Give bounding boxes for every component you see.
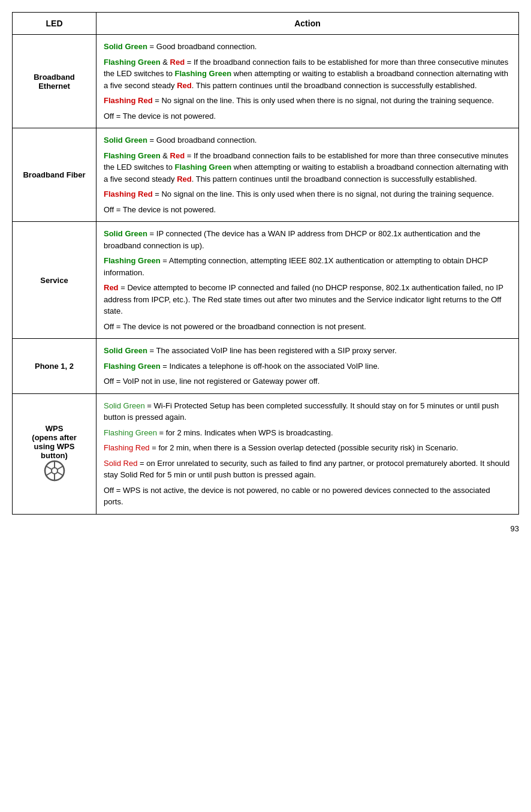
wps-solid-red-text: Solid Red <box>104 459 137 468</box>
action-paragraph: Flashing Green & Red = If the broadband … <box>104 56 511 92</box>
action-paragraph: Flashing Red = for 2 min, when there is … <box>104 442 511 454</box>
red-text: Red <box>177 81 192 90</box>
wps-green-text: Solid Green <box>104 401 145 410</box>
page-number: 93 <box>12 524 519 533</box>
wps-icon <box>20 460 89 483</box>
red-text: Red <box>104 283 119 292</box>
flashing-green-text: Flashing Green <box>104 58 161 67</box>
action-paragraph: Solid Green = Good broadband connection. <box>104 41 511 53</box>
action-paragraph: Flashing Red = No signal on the line. Th… <box>104 188 511 200</box>
page-container: LED Action Broadband EthernetSolid Green… <box>12 12 519 533</box>
action-cell: Solid Green = Wi-Fi Protected Setup has … <box>96 393 519 514</box>
wps-flashing-green-text: Flashing Green <box>104 428 157 437</box>
led-cell: Broadband Fiber <box>13 128 96 222</box>
led-cell: Phone 1, 2 <box>13 339 96 394</box>
svg-line-6 <box>46 466 52 470</box>
action-paragraph: Flashing Green & Red = If the broadband … <box>104 150 511 185</box>
wps-flashing-red-text: Flashing Red <box>104 443 150 452</box>
red-text: Red <box>170 151 185 160</box>
action-cell: Solid Green = Good broadband connection.… <box>96 35 519 128</box>
svg-point-0 <box>52 468 58 474</box>
flashing-red-text: Flashing Red <box>104 96 153 105</box>
table-row: ServiceSolid Green = IP connected (The d… <box>13 222 519 339</box>
solid-green-text: Solid Green <box>104 136 147 145</box>
flashing-red-text: Flashing Red <box>104 190 153 199</box>
solid-green-text: Solid Green <box>104 346 147 355</box>
action-paragraph: Flashing Green = for 2 mins. Indicates w… <box>104 427 511 439</box>
action-paragraph: Off = VoIP not in use, line not register… <box>104 375 511 387</box>
svg-line-2 <box>58 466 64 470</box>
action-paragraph: Off = The device is not powered. <box>104 110 511 122</box>
header-led: LED <box>13 13 96 35</box>
flashing-green-text: Flashing Green <box>104 362 161 371</box>
svg-line-3 <box>58 473 64 476</box>
action-paragraph: Solid Green = Good broadband connection. <box>104 134 511 146</box>
action-paragraph: Solid Red = on Error unrelated to securi… <box>104 458 511 481</box>
led-cell: Broadband Ethernet <box>13 35 96 128</box>
table-row: Phone 1, 2Solid Green = The associated V… <box>13 339 519 394</box>
action-paragraph: Flashing Red = No signal on the line. Th… <box>104 95 511 107</box>
action-paragraph: Solid Green = Wi-Fi Protected Setup has … <box>104 400 511 423</box>
solid-green-text: Solid Green <box>104 229 147 238</box>
flashing-green-text: Flashing Green <box>104 256 161 265</box>
action-paragraph: Off = The device is not powered or the b… <box>104 321 511 333</box>
svg-line-5 <box>46 473 52 476</box>
action-paragraph: Red = Device attempted to become IP conn… <box>104 282 511 317</box>
action-cell: Solid Green = Good broadband connection.… <box>96 128 519 222</box>
led-cell: WPS(opens afterusing WPSbutton) <box>13 393 96 514</box>
action-paragraph: Solid Green = IP connected (The device h… <box>104 228 511 251</box>
action-paragraph: Off = WPS is not active, the device is n… <box>104 485 511 508</box>
red-text: Red <box>177 175 192 184</box>
table-row: WPS(opens afterusing WPSbutton) Solid Gr… <box>13 393 519 514</box>
action-paragraph: Flashing Green = Attempting connection, … <box>104 255 511 278</box>
flashing-green-text: Flashing Green <box>175 69 232 78</box>
table-row: Broadband EthernetSolid Green = Good bro… <box>13 35 519 128</box>
header-action: Action <box>96 13 519 35</box>
led-table: LED Action Broadband EthernetSolid Green… <box>12 12 519 515</box>
solid-green-text: Solid Green <box>104 42 147 51</box>
action-cell: Solid Green = IP connected (The device h… <box>96 222 519 339</box>
table-row: Broadband FiberSolid Green = Good broadb… <box>13 128 519 222</box>
flashing-green-text: Flashing Green <box>104 151 161 160</box>
action-paragraph: Solid Green = The associated VoIP line h… <box>104 345 511 357</box>
action-paragraph: Off = The device is not powered. <box>104 204 511 216</box>
red-text: Red <box>170 58 185 67</box>
flashing-green-text: Flashing Green <box>175 163 232 172</box>
action-cell: Solid Green = The associated VoIP line h… <box>96 339 519 394</box>
led-cell: Service <box>13 222 96 339</box>
action-paragraph: Flashing Green = Indicates a telephone i… <box>104 360 511 372</box>
